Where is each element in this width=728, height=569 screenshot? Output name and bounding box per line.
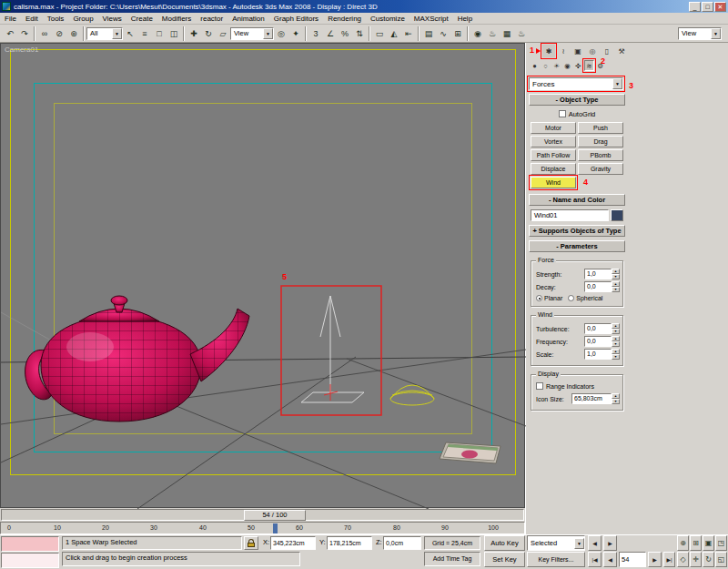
- percent-snap-icon[interactable]: %: [338, 26, 352, 41]
- time-slider-track[interactable]: 54 / 100: [1, 509, 524, 521]
- select-and-scale-icon[interactable]: ▱: [216, 26, 230, 41]
- select-and-manipulate-icon[interactable]: ✦: [288, 26, 303, 41]
- y-coordinate-field[interactable]: 178,215cm: [327, 536, 372, 550]
- edit-named-selection-icon[interactable]: ▭: [372, 26, 387, 41]
- current-frame-marker[interactable]: [273, 523, 278, 533]
- scale-spinner[interactable]: 1,0 ▴▾: [584, 349, 620, 360]
- menu-file[interactable]: File: [0, 15, 21, 23]
- material-editor-icon[interactable]: ◉: [470, 26, 485, 41]
- render-setup-icon[interactable]: ♨: [485, 26, 500, 41]
- scale-value[interactable]: 1,0: [584, 349, 612, 360]
- key-filters-button[interactable]: Key Filters...: [527, 552, 585, 567]
- frequency-value[interactable]: 0,0: [584, 336, 612, 347]
- rollout-parameters-header[interactable]: - Parameters: [529, 240, 625, 252]
- time-slider[interactable]: 54 / 100: [0, 508, 525, 522]
- pbomb-button[interactable]: PBomb: [578, 149, 623, 161]
- bind-to-spacewarp-icon[interactable]: ⊛: [66, 26, 81, 41]
- spin-down-icon[interactable]: ▾: [612, 399, 620, 404]
- frequency-spinner[interactable]: 0,0 ▴▾: [584, 336, 620, 347]
- goto-end-button[interactable]: ▶|: [663, 552, 675, 567]
- rollout-name-color-header[interactable]: - Name and Color: [529, 194, 625, 206]
- key-selection-dropdown[interactable]: Selected▼: [527, 535, 585, 551]
- current-frame-field[interactable]: 54: [619, 552, 646, 567]
- vortex-button[interactable]: Vortex: [531, 136, 576, 147]
- wind-gizmo[interactable]: [301, 296, 364, 402]
- close-button[interactable]: ✕: [714, 2, 726, 12]
- menu-graph-editors[interactable]: Graph Editors: [269, 15, 323, 23]
- object-name-field[interactable]: Wind01: [531, 209, 609, 221]
- add-time-tag-button[interactable]: Add Time Tag: [424, 552, 480, 566]
- turbulence-spinner[interactable]: 0,0 ▴▾: [584, 323, 620, 334]
- menu-modifiers[interactable]: Modifiers: [157, 15, 196, 23]
- layer-manager-icon[interactable]: ▤: [421, 26, 436, 41]
- tab-utilities[interactable]: ⚒: [615, 45, 628, 57]
- range-indicators-checkbox[interactable]: [536, 382, 543, 390]
- menu-rendering[interactable]: Rendering: [323, 15, 366, 23]
- category-cameras-icon[interactable]: ◉: [562, 60, 572, 71]
- select-by-name-icon[interactable]: ≡: [137, 26, 152, 41]
- select-and-link-icon[interactable]: ∞: [37, 26, 52, 41]
- maxscript-mini-listener[interactable]: [1, 553, 59, 568]
- teapot-object[interactable]: [25, 296, 249, 422]
- category-lights-icon[interactable]: ☀: [551, 60, 561, 71]
- align-icon[interactable]: ⇤: [401, 26, 416, 41]
- z-coordinate-field[interactable]: 0,0cm: [383, 536, 421, 550]
- category-geometry-icon[interactable]: ●: [530, 60, 540, 71]
- menu-group[interactable]: Group: [68, 15, 97, 23]
- angle-snap-icon[interactable]: ∠: [323, 26, 338, 41]
- displace-button[interactable]: Displace: [531, 163, 576, 175]
- menu-views[interactable]: Views: [98, 15, 126, 23]
- maximize-button[interactable]: □: [702, 2, 713, 12]
- maxscript-mini-recorder[interactable]: [1, 536, 59, 552]
- menu-create[interactable]: Create: [126, 15, 157, 23]
- motor-button[interactable]: Motor: [531, 122, 576, 134]
- quick-render-icon[interactable]: ♨: [514, 26, 529, 41]
- menu-tools[interactable]: Tools: [43, 15, 69, 23]
- auto-key-button[interactable]: Auto Key: [484, 535, 525, 551]
- zoom-extents-icon[interactable]: ▣: [703, 535, 714, 551]
- turbulence-value[interactable]: 0,0: [584, 323, 612, 334]
- tab-display[interactable]: ▯: [601, 45, 613, 57]
- wind-button[interactable]: Wind: [531, 177, 576, 188]
- spinner-snap-icon[interactable]: ⇅: [352, 26, 367, 41]
- path-follow-button[interactable]: Path Follow: [531, 149, 576, 161]
- track-bar[interactable]: 0 10 20 30 40 50 60 70 80 90 100: [0, 522, 525, 534]
- select-and-move-icon[interactable]: ✚: [187, 26, 201, 41]
- icon-size-value[interactable]: 65,803cm: [571, 393, 612, 404]
- window-crossing-icon[interactable]: ◫: [167, 26, 181, 41]
- spin-down-icon[interactable]: ▾: [612, 341, 620, 347]
- goto-start-button[interactable]: |◀: [588, 552, 602, 567]
- zoom-icon[interactable]: ⊕: [677, 535, 689, 551]
- strength-spinner[interactable]: 1,0 ▴▾: [584, 269, 620, 279]
- redo-icon[interactable]: ↷: [17, 26, 32, 41]
- decay-spinner[interactable]: 0,0 ▴▾: [584, 281, 620, 292]
- autogrid-checkbox[interactable]: [559, 110, 566, 117]
- icon-size-spinner[interactable]: 65,803cm ▴▾: [571, 393, 620, 404]
- minimize-button[interactable]: _: [689, 2, 701, 12]
- spacewarp-category-dropdown[interactable]: Forces ▼: [529, 77, 623, 90]
- category-spacewarps-icon[interactable]: ≋: [584, 60, 594, 71]
- drag-button[interactable]: Drag: [578, 136, 623, 147]
- field-of-view-icon[interactable]: ◇: [677, 552, 689, 567]
- ground-image-plane[interactable]: [440, 442, 500, 463]
- unlink-selection-icon[interactable]: ⊘: [52, 26, 66, 41]
- rollout-supports-header[interactable]: + Supports Objects of Type: [529, 225, 625, 237]
- next-key-button[interactable]: ▶: [603, 535, 617, 551]
- menu-maxscript[interactable]: MAXScript: [410, 15, 453, 23]
- menu-animation[interactable]: Animation: [228, 15, 269, 23]
- undo-icon[interactable]: ↶: [3, 26, 17, 41]
- viewport-label[interactable]: Camera01: [5, 46, 38, 54]
- previous-frame-button[interactable]: ◀: [603, 552, 617, 567]
- object-color-swatch[interactable]: [611, 209, 623, 221]
- select-object-icon[interactable]: ↖: [123, 26, 137, 41]
- pan-icon[interactable]: ✛: [690, 552, 702, 567]
- tab-modify[interactable]: ≀: [557, 45, 570, 57]
- schematic-view-icon[interactable]: ⊞: [450, 26, 465, 41]
- tab-hierarchy[interactable]: ▣: [571, 45, 584, 57]
- use-pivot-center-icon[interactable]: ◎: [274, 26, 288, 41]
- title-bar[interactable]: calisma.max - Project Folder: C:\Users\M…: [0, 0, 728, 13]
- set-key-button[interactable]: Set Key: [484, 552, 525, 567]
- viewport-camera01[interactable]: Camera01 5: [0, 43, 525, 508]
- spherical-radio[interactable]: [568, 295, 574, 301]
- selection-filter-dropdown[interactable]: All ▼: [86, 27, 123, 40]
